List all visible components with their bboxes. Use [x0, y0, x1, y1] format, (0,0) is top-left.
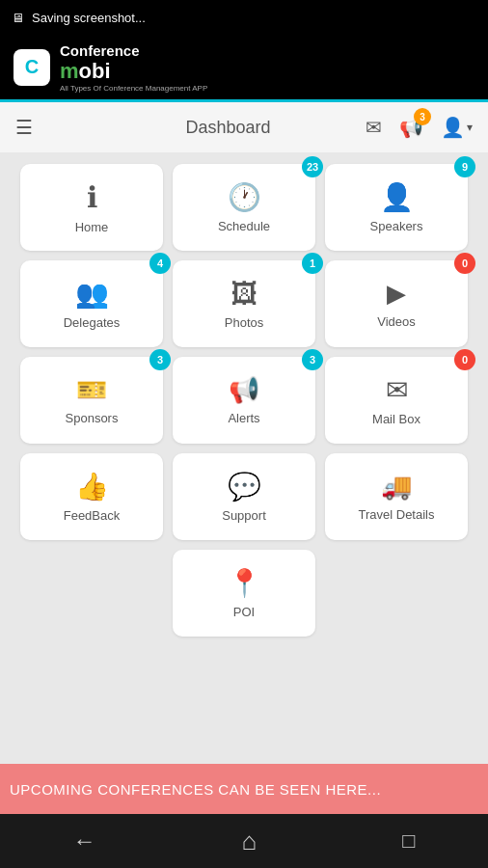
videos-badge: 0: [454, 253, 475, 274]
home-label: Home: [75, 220, 109, 234]
banner-text: UPCOMING CONFERENCES CAN BE SEEN HERE...: [10, 781, 381, 798]
mailbox-icon: ✉: [386, 374, 408, 406]
poi-label: POI: [233, 605, 255, 619]
grid-row-2: 4 👥 Delegates 1 🖼 Photos 0 ▶ Videos: [10, 260, 478, 347]
poi-icon: 📍: [228, 567, 261, 599]
grid-item-travel[interactable]: 🚚 Travel Details: [325, 453, 468, 540]
photos-icon: 🖼: [230, 278, 258, 310]
notification-icon[interactable]: 📢 3: [399, 116, 423, 139]
user-icon-wrap[interactable]: 👤 ▾: [441, 116, 473, 139]
grid-item-support[interactable]: 💬 Support: [173, 453, 315, 540]
grid-item-sponsors[interactable]: 3 🎫 Sponsors: [20, 357, 163, 444]
schedule-badge: 23: [302, 156, 323, 177]
grid-item-delegates[interactable]: 4 👥 Delegates: [20, 260, 163, 347]
logo-bottom-white: obi: [79, 59, 111, 84]
videos-label: Videos: [377, 314, 416, 329]
notification-badge: 3: [414, 108, 431, 125]
toolbar-left: ☰: [15, 116, 33, 139]
sponsors-label: Sponsors: [66, 411, 119, 425]
speakers-icon: 👤: [380, 181, 414, 213]
grid-row-1: ℹ Home 23 🕐 Schedule 9 👤 Speakers: [10, 164, 478, 251]
grid-row-3: 3 🎫 Sponsors 3 📢 Alerts 0 ✉ Mail Box: [10, 357, 478, 444]
app-header: C Conference m obi All Types Of Conferen…: [0, 35, 488, 102]
speakers-badge: 9: [454, 156, 475, 177]
delegates-icon: 👥: [75, 278, 109, 310]
feedback-label: FeedBack: [64, 508, 121, 523]
user-chevron: ▾: [467, 121, 473, 134]
mailbox-badge: 0: [454, 349, 475, 370]
feedback-icon: 👍: [75, 471, 109, 502]
grid-item-home[interactable]: ℹ Home: [20, 164, 163, 251]
toolbar-right: ✉ 📢 3 👤 ▾: [366, 116, 473, 139]
bottom-nav: ← ⌂ □: [0, 814, 488, 868]
status-text: Saving screenshot...: [32, 11, 146, 25]
grid-item-speakers[interactable]: 9 👤 Speakers: [325, 164, 468, 251]
mailbox-label: Mail Box: [372, 412, 420, 426]
grid-item-poi[interactable]: 📍 POI: [173, 550, 315, 637]
logo-container: Conference m obi All Types Of Conference…: [60, 42, 207, 93]
logo-top: Conference: [60, 42, 140, 59]
status-bar: 🖥 Saving screenshot...: [0, 0, 488, 35]
speakers-label: Speakers: [370, 219, 423, 233]
main-content: ℹ Home 23 🕐 Schedule 9 👤 Speakers 4 👥 De…: [0, 152, 488, 764]
grid-item-videos[interactable]: 0 ▶ Videos: [325, 260, 468, 347]
recents-button[interactable]: □: [402, 828, 415, 854]
logo-bottom-green: m: [60, 59, 79, 84]
sponsors-icon: 🎫: [76, 375, 107, 405]
photos-badge: 1: [302, 253, 323, 274]
mail-icon-toolbar[interactable]: ✉: [366, 116, 382, 139]
schedule-icon: 🕐: [228, 181, 261, 213]
grid-row-5: 📍 POI: [10, 550, 478, 637]
logo-icon: C: [14, 49, 50, 86]
grid-wrapper: ℹ Home 23 🕐 Schedule 9 👤 Speakers 4 👥 De…: [0, 152, 488, 644]
videos-icon: ▶: [387, 279, 406, 309]
grid-item-feedback[interactable]: 👍 FeedBack: [20, 453, 163, 540]
upcoming-banner: UPCOMING CONFERENCES CAN BE SEEN HERE...: [0, 764, 488, 814]
toolbar: ☰ Dashboard ✉ 📢 3 👤 ▾: [0, 102, 488, 152]
grid-item-photos[interactable]: 1 🖼 Photos: [173, 260, 315, 347]
support-label: Support: [222, 508, 266, 523]
alerts-label: Alerts: [228, 411, 259, 425]
user-icon: 👤: [441, 116, 465, 139]
photos-label: Photos: [225, 315, 263, 330]
hamburger-icon[interactable]: ☰: [15, 116, 33, 139]
sponsors-badge: 3: [149, 349, 171, 370]
grid-item-mailbox[interactable]: 0 ✉ Mail Box: [325, 357, 468, 444]
back-button[interactable]: ←: [72, 827, 95, 854]
logo-tagline: All Types Of Conference Management APP: [60, 84, 207, 93]
home-button[interactable]: ⌂: [241, 827, 257, 856]
home-icon: ℹ: [87, 180, 97, 214]
screenshot-icon: 🖥: [12, 11, 24, 25]
dashboard-title: Dashboard: [185, 118, 270, 138]
grid-row-4: 👍 FeedBack 💬 Support 🚚 Travel Details: [10, 453, 478, 540]
delegates-badge: 4: [149, 253, 171, 274]
schedule-label: Schedule: [218, 219, 270, 233]
grid-item-alerts[interactable]: 3 📢 Alerts: [173, 357, 315, 444]
grid-item-schedule[interactable]: 23 🕐 Schedule: [173, 164, 315, 251]
travel-label: Travel Details: [359, 507, 435, 522]
alerts-icon: 📢: [229, 375, 259, 405]
travel-icon: 🚚: [381, 472, 412, 502]
support-icon: 💬: [228, 471, 261, 502]
alerts-badge: 3: [302, 349, 323, 370]
delegates-label: Delegates: [64, 315, 121, 330]
